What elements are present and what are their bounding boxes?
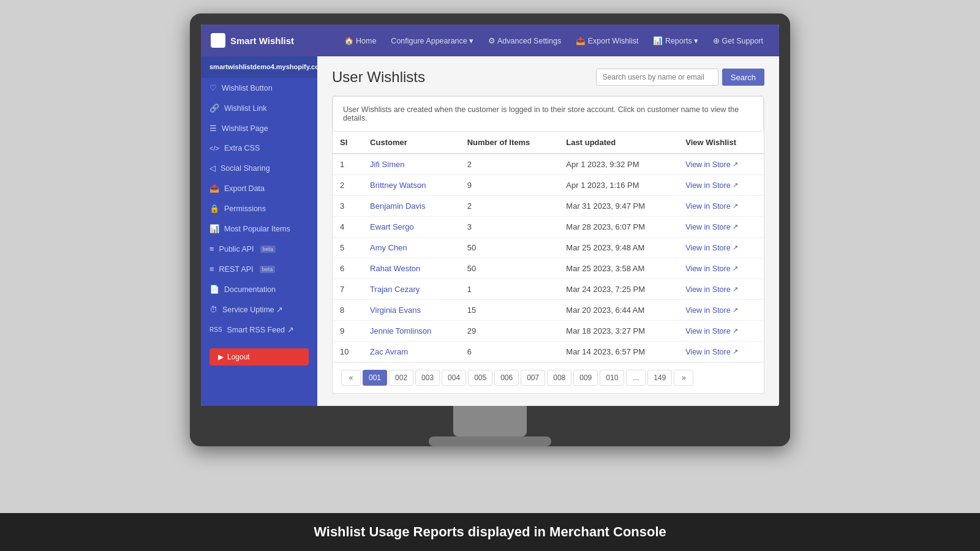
cell-items: 6 — [460, 342, 559, 362]
customer-link[interactable]: Amy Chen — [370, 243, 407, 252]
view-store-link[interactable]: View in Store ↗ — [685, 223, 756, 231]
sidebar-item-rss-feed[interactable]: RSS Smart RSS Feed ↗ — [201, 320, 317, 340]
table-header-row: SI Customer Number of Items Last updated… — [333, 132, 764, 154]
sidebar-item-label: Extra CSS — [224, 144, 260, 152]
top-navigation: ❤ Smart Wishlist 🏠 Home Configure Appear… — [201, 24, 779, 56]
cell-updated: Mar 25 2023, 3:58 AM — [559, 258, 678, 279]
pagination-prev[interactable]: « — [341, 370, 361, 386]
sidebar-item-label: Permissions — [224, 204, 266, 213]
sidebar-item-most-popular[interactable]: 📊 Most Popular Items — [201, 219, 317, 239]
customer-link[interactable]: Jennie Tomlinson — [370, 326, 431, 335]
cell-items: 3 — [460, 217, 559, 238]
home-link[interactable]: 🏠 Home — [338, 32, 383, 49]
cell-si: 8 — [333, 300, 363, 321]
sidebar-item-documentation[interactable]: 📄 Documentation — [201, 279, 317, 299]
sidebar-item-extra-css[interactable]: </> Extra CSS — [201, 138, 317, 158]
logout-button[interactable]: ▶ Logout — [209, 348, 309, 365]
pagination-page-003[interactable]: 003 — [415, 370, 440, 386]
reports-link[interactable]: 📊 Reports ▾ — [647, 32, 704, 49]
customer-link[interactable]: Brittney Watson — [370, 181, 426, 190]
cell-updated: Mar 28 2023, 6:07 PM — [559, 217, 678, 238]
sidebar-item-label: Export Data — [224, 184, 265, 193]
most-popular-icon: 📊 — [209, 224, 219, 233]
col-customer: Customer — [363, 132, 460, 154]
pagination-page-008[interactable]: 008 — [547, 370, 571, 386]
view-store-link[interactable]: View in Store ↗ — [685, 348, 756, 356]
sidebar-item-permissions[interactable]: 🔒 Permissions — [201, 198, 317, 219]
pagination-page-004[interactable]: 004 — [442, 370, 466, 386]
view-store-link[interactable]: View in Store ↗ — [685, 181, 756, 190]
permissions-icon: 🔒 — [209, 204, 219, 213]
search-button[interactable]: Search — [722, 69, 764, 86]
pagination-page-007[interactable]: 007 — [521, 370, 545, 386]
sidebar-item-public-api[interactable]: ≡ Public API beta — [201, 239, 317, 259]
pagination-page-009[interactable]: 009 — [573, 370, 598, 386]
cell-si: 6 — [333, 258, 363, 279]
cell-items: 50 — [460, 238, 559, 258]
rest-api-icon: ≡ — [209, 264, 214, 274]
cell-updated: Mar 18 2023, 3:27 PM — [559, 321, 678, 342]
caption-text: Wishlist Usage Reports displayed in Merc… — [314, 524, 666, 539]
customer-link[interactable]: Jifi Simen — [370, 160, 404, 169]
table-row: 4 Ewart Sergo 3 Mar 28 2023, 6:07 PM Vie… — [333, 217, 764, 238]
brand: ❤ Smart Wishlist — [211, 33, 294, 48]
cell-view: View in Store ↗ — [678, 258, 764, 279]
pagination-page-149[interactable]: 149 — [647, 370, 672, 386]
pagination-page-010[interactable]: 010 — [600, 370, 624, 386]
get-support-link[interactable]: ⊕ Get Support — [707, 32, 769, 49]
sidebar-item-label: REST API — [219, 265, 254, 274]
pagination-page-002[interactable]: 002 — [389, 370, 413, 386]
pagination-page-006[interactable]: 006 — [494, 370, 519, 386]
public-api-badge: beta — [260, 246, 276, 253]
sidebar-item-rest-api[interactable]: ≡ REST API beta — [201, 259, 317, 279]
customer-link[interactable]: Zac Avram — [370, 347, 408, 356]
sidebar-logout: ▶ Logout — [209, 348, 309, 365]
view-store-link[interactable]: View in Store ↗ — [685, 306, 756, 315]
cell-updated: Mar 14 2023, 6:57 PM — [559, 342, 678, 362]
extra-css-icon: </> — [209, 144, 219, 152]
table-row: 5 Amy Chen 50 Mar 25 2023, 9:48 AM View … — [333, 238, 764, 258]
table-row: 7 Trajan Cezary 1 Mar 24 2023, 7:25 PM V… — [333, 279, 764, 300]
view-store-link[interactable]: View in Store ↗ — [685, 160, 756, 169]
cell-customer: Ewart Sergo — [363, 217, 460, 238]
view-store-link[interactable]: View in Store ↗ — [685, 327, 756, 335]
customer-link[interactable]: Benjamin Davis — [370, 201, 425, 211]
cell-view: View in Store ↗ — [678, 342, 764, 362]
view-store-link[interactable]: View in Store ↗ — [685, 264, 756, 273]
sidebar-item-export-data[interactable]: 📤 Export Data — [201, 178, 317, 198]
sidebar-item-wishlist-page[interactable]: ☰ Wishlist Page — [201, 118, 317, 138]
customer-link[interactable]: Trajan Cezary — [370, 285, 420, 294]
customer-link[interactable]: Ewart Sergo — [370, 222, 414, 231]
sidebar-item-label: Wishlist Page — [222, 124, 268, 133]
sidebar-item-service-uptime[interactable]: ⏱ Service Uptime ↗ — [201, 299, 317, 320]
view-store-link[interactable]: View in Store ↗ — [685, 202, 756, 211]
cell-si: 2 — [333, 175, 363, 196]
cell-si: 9 — [333, 321, 363, 342]
sidebar-item-social-sharing[interactable]: ◁ Social Sharing — [201, 158, 317, 178]
cell-updated: Mar 31 2023, 9:47 PM — [559, 196, 678, 217]
sidebar-item-wishlist-link[interactable]: 🔗 Wishlist Link — [201, 98, 317, 118]
sidebar-item-wishlist-button[interactable]: ♡ Wishlist Button — [201, 78, 317, 98]
view-store-link[interactable]: View in Store ↗ — [685, 244, 756, 252]
cell-customer: Trajan Cezary — [363, 279, 460, 300]
customer-link[interactable]: Rahat Weston — [370, 264, 420, 273]
pagination-page-...[interactable]: ... — [626, 370, 646, 386]
pagination-page-005[interactable]: 005 — [468, 370, 492, 386]
search-input[interactable] — [596, 69, 718, 86]
table-row: 1 Jifi Simen 2 Apr 1 2023, 9:32 PM View … — [333, 154, 764, 175]
col-si: SI — [333, 132, 363, 154]
logout-label: Logout — [227, 353, 250, 361]
pagination-page-001[interactable]: 001 — [363, 370, 387, 386]
col-items: Number of Items — [460, 132, 559, 154]
pagination-next[interactable]: » — [674, 370, 693, 386]
cell-customer: Rahat Weston — [363, 258, 460, 279]
configure-appearance-link[interactable]: Configure Appearance ▾ — [385, 32, 480, 49]
table-row: 8 Virginia Evans 15 Mar 20 2023, 6:44 AM… — [333, 300, 764, 321]
table-row: 2 Brittney Watson 9 Apr 1 2023, 1:16 PM … — [333, 175, 764, 196]
export-wishlist-link[interactable]: 📤 Export Wishlist — [570, 32, 644, 49]
view-store-link[interactable]: View in Store ↗ — [685, 285, 756, 294]
app-layout: smartwishlistdemo4.myshopify.com ♡ Wishl… — [201, 56, 779, 406]
customer-link[interactable]: Virginia Evans — [370, 305, 421, 315]
advanced-settings-link[interactable]: ⚙ Advanced Settings — [482, 32, 567, 49]
table-row: 9 Jennie Tomlinson 29 Mar 18 2023, 3:27 … — [333, 321, 764, 342]
